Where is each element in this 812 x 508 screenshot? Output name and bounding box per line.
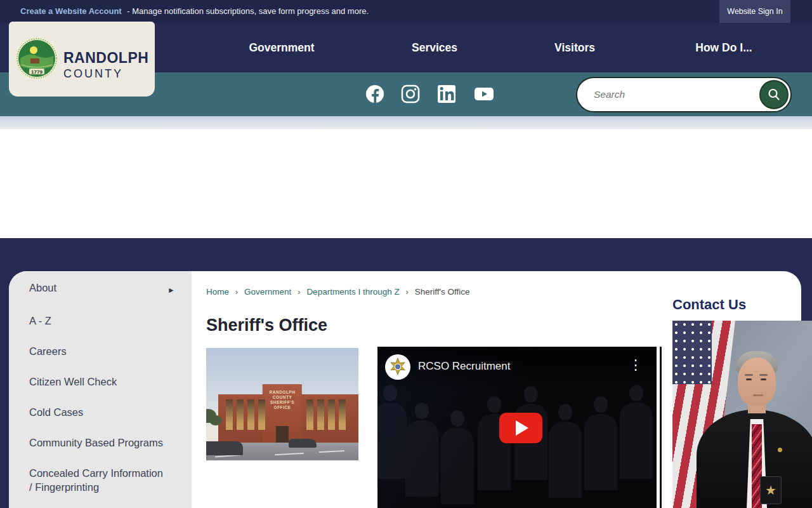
breadcrumb: Home › Government › Departments I throug… xyxy=(206,287,470,297)
breadcrumb-current: Sheriff's Office xyxy=(415,287,470,297)
content-spacer-band xyxy=(0,129,812,238)
parked-car xyxy=(206,441,243,455)
nav-item-visitors[interactable]: Visitors xyxy=(554,23,595,72)
parked-car xyxy=(289,439,317,448)
section-sidebar: About ► A - Z Careers Citizen Well Check… xyxy=(9,271,192,508)
page-title: Sheriff's Office xyxy=(206,316,327,335)
sidebar-item-cold-cases[interactable]: Cold Cases xyxy=(9,397,192,427)
breadcrumb-departments[interactable]: Departments I through Z xyxy=(306,287,399,297)
top-utility-bar: Create a Website Account - Manage notifi… xyxy=(0,0,812,23)
youtube-video-player[interactable]: RCSO Recruitment ⋮ xyxy=(377,347,657,508)
hero-banner-strip xyxy=(0,116,812,129)
breadcrumb-home[interactable]: Home xyxy=(206,287,229,297)
create-account-link[interactable]: Create a Website Account xyxy=(20,6,122,16)
sheriff-portrait-photo: ★ xyxy=(672,321,812,508)
breadcrumb-government[interactable]: Government xyxy=(244,287,291,297)
video-play-button[interactable] xyxy=(499,413,542,443)
sheriff-badge: ★ xyxy=(760,476,782,504)
lapel-pin xyxy=(778,448,782,452)
sheriff-badge-icon xyxy=(388,358,407,377)
sidebar-item-concealed-carry[interactable]: Concealed Carry Information / Fingerprin… xyxy=(9,458,192,502)
sidebar-item-citizen-well-check[interactable]: Citizen Well Check xyxy=(9,366,192,397)
breadcrumb-separator: › xyxy=(235,287,239,297)
submenu-arrow-icon: ► xyxy=(167,283,175,297)
search-input[interactable] xyxy=(594,81,740,109)
brand-name: RANDOLPH xyxy=(63,50,148,67)
search-icon xyxy=(767,88,781,102)
instagram-icon[interactable] xyxy=(401,84,420,104)
account-promo-rest: - Manage notification subscriptions, sav… xyxy=(127,6,369,16)
facebook-icon[interactable] xyxy=(365,84,384,104)
nav-item-government[interactable]: Government xyxy=(249,23,314,72)
county-seal-icon: 1779 xyxy=(15,37,58,80)
site-search xyxy=(576,77,792,112)
video-title[interactable]: RCSO Recruitment xyxy=(418,360,510,373)
youtube-icon[interactable] xyxy=(474,84,493,104)
svg-text:1779: 1779 xyxy=(31,69,43,75)
account-promo-text: Create a Website Account - Manage notifi… xyxy=(20,0,369,23)
column-divider xyxy=(660,347,662,508)
nav-item-services[interactable]: Services xyxy=(412,23,457,72)
search-button[interactable] xyxy=(759,80,789,109)
sidebar-item-careers[interactable]: Careers xyxy=(9,336,192,366)
nav-item-how-do-i[interactable]: How Do I... xyxy=(695,23,752,72)
sidebar-item-about[interactable]: About ► xyxy=(9,272,192,305)
channel-avatar[interactable] xyxy=(385,354,410,380)
sheriffs-office-building-photo: RANDOLPH COUNTY SHERIFF'S OFFICE xyxy=(206,348,358,460)
sidebar-item-community-based-programs[interactable]: Community Based Programs xyxy=(9,427,192,458)
website-sign-in-button[interactable]: Website Sign In xyxy=(719,0,790,23)
county-logo[interactable]: 1779 RANDOLPH COUNTY xyxy=(9,22,155,97)
video-more-options-icon[interactable]: ⋮ xyxy=(629,357,643,373)
contact-us-heading: Contact Us xyxy=(672,297,746,313)
breadcrumb-separator: › xyxy=(298,287,301,297)
play-icon xyxy=(516,420,528,436)
brand-subname: COUNTY xyxy=(63,67,148,81)
sidebar-item-a-z[interactable]: A - Z xyxy=(9,305,192,336)
linkedin-icon[interactable] xyxy=(437,84,456,104)
breadcrumb-separator: › xyxy=(405,287,409,297)
